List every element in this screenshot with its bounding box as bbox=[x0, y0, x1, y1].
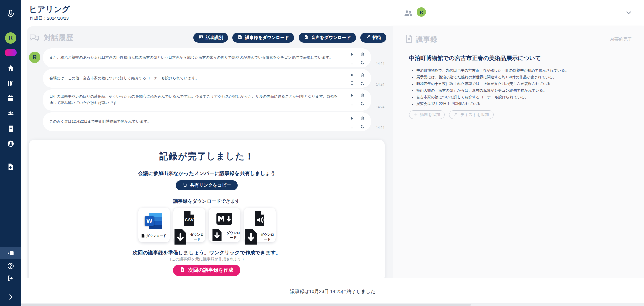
bookmark-message-button[interactable] bbox=[350, 60, 354, 65]
delete-message-button[interactable] bbox=[360, 73, 365, 77]
brand-pill-icon[interactable] bbox=[5, 49, 17, 56]
markdown-file-icon bbox=[216, 210, 233, 227]
sidebar-avatar[interactable]: R bbox=[5, 32, 16, 44]
change-speaker-button[interactable] bbox=[360, 60, 365, 65]
sidebar-item-recordings[interactable] bbox=[0, 247, 21, 259]
sidebar-item-home[interactable] bbox=[0, 62, 21, 74]
sidebar-item-account[interactable] bbox=[0, 138, 21, 149]
participants-icon[interactable] bbox=[404, 9, 413, 19]
message-row: 日生の出来事や身の回りの愛用品、そういったものを関心に読み込んでいるんですね。今… bbox=[29, 89, 386, 111]
invite-button[interactable]: 招待 bbox=[360, 33, 386, 43]
create-next-minutes-button[interactable]: 次回の議事録を作成 bbox=[173, 265, 241, 276]
sidebar-item-calendar[interactable] bbox=[0, 93, 21, 104]
minutes-heading-row: 中泊町博物館での宮古市正春の美術品展示について bbox=[405, 54, 632, 62]
completion-card: 記録が完了しました！ 会議に参加出来なかったメンバーに議事録を共有しましょう 共… bbox=[29, 140, 385, 282]
download-label: ダウンロード bbox=[227, 231, 240, 240]
horizontal-scrollbar[interactable] bbox=[21, 303, 644, 306]
user-avatar[interactable]: R bbox=[417, 7, 426, 17]
minutes-heading: 中泊町博物館での宮古市正春の美術品展示について bbox=[409, 54, 541, 62]
sidebar-item-members[interactable] bbox=[0, 108, 21, 119]
message-text: 日生の出来事や身の回りの愛用品、そういったものを関心に読み込んでいるんですね。今… bbox=[49, 93, 339, 106]
sidebar-nav bbox=[0, 62, 21, 149]
small-file-download-icon bbox=[141, 234, 145, 238]
word-letter: W bbox=[145, 216, 154, 226]
download-audio-label: 音声をダウンロード bbox=[311, 35, 351, 41]
message-avatar: R bbox=[29, 52, 40, 63]
sidebar-item-logout[interactable] bbox=[0, 273, 21, 284]
change-speaker-button[interactable] bbox=[360, 124, 365, 129]
speaker-identify-button[interactable]: 話者識別 bbox=[193, 33, 228, 43]
message-text: また、雅治と親交のあった近代日本画の巨匠横山大観の漁村の朝という日本画から感じた… bbox=[49, 54, 333, 61]
collapse-chevron-icon[interactable] bbox=[625, 9, 632, 17]
comment-icon bbox=[454, 112, 458, 117]
message-bubble[interactable]: 日生の出来事や身の回りの愛用品、そういったものを関心に読み込んでいるんですね。今… bbox=[43, 89, 371, 111]
sidebar-item-notebook[interactable] bbox=[0, 123, 21, 134]
copy-icon bbox=[182, 182, 187, 188]
chat-header: 対話履歴 話者識別 議事録をダウンロード bbox=[29, 32, 386, 44]
message-time: 14:24 bbox=[376, 62, 384, 66]
bookmark-message-button[interactable] bbox=[350, 124, 354, 129]
sidebar-item-library[interactable] bbox=[0, 78, 21, 89]
svg-text:CSV: CSV bbox=[185, 217, 194, 222]
message-bubble[interactable]: この近く展は12月22日まで中止町博物館で開かれています。 bbox=[43, 112, 371, 131]
footer-status-text: 議事録は10月23日 14:25に終了しました bbox=[290, 289, 375, 295]
minutes-bullet: 中泊町博物館で、九代目当主の宮古市正春が残した三冊の監視中が初めて展示されている… bbox=[416, 67, 632, 74]
bookmark-message-button[interactable] bbox=[350, 101, 354, 106]
download-card-audio[interactable]: ダウンロード bbox=[244, 208, 276, 242]
download-card-word[interactable]: W ダウンロード bbox=[138, 208, 170, 242]
play-message-button[interactable] bbox=[350, 73, 354, 77]
sidebar-item-help[interactable] bbox=[0, 260, 21, 272]
invite-label: 招待 bbox=[373, 35, 381, 41]
word-file-icon: W bbox=[145, 210, 163, 232]
download-minutes-button[interactable]: 議事録をダウンロード bbox=[232, 33, 294, 43]
small-file-download-icon bbox=[244, 228, 258, 246]
chat-title: 対話履歴 bbox=[44, 33, 73, 42]
download-audio-button[interactable]: 音声をダウンロード bbox=[299, 33, 356, 43]
message-bubble[interactable]: また、雅治と親交のあった近代日本画の巨匠横山大観の漁村の朝という日本画から感じた… bbox=[43, 48, 371, 67]
horizontal-scrollbar-thumb[interactable] bbox=[21, 304, 471, 306]
created-date: 作成日：2024/10/23 bbox=[30, 15, 69, 21]
file-download-icon bbox=[237, 35, 243, 41]
message-row: 会場には、この他、宮古市家の襖について詳しく紹介するコーナーも設けられています。… bbox=[29, 69, 386, 88]
download-label: ダウンロード bbox=[189, 232, 205, 242]
heading-rule bbox=[545, 58, 632, 58]
play-message-button[interactable] bbox=[350, 52, 354, 57]
message-time: 14:24 bbox=[376, 105, 384, 109]
change-speaker-button[interactable] bbox=[360, 81, 365, 86]
speaker-identify-label: 話者識別 bbox=[206, 35, 223, 41]
delete-message-button[interactable] bbox=[360, 93, 365, 98]
download-card-csv[interactable]: CSV ダウンロード bbox=[173, 208, 205, 242]
small-file-download-icon bbox=[173, 228, 187, 246]
message-time: 14:24 bbox=[376, 83, 384, 86]
download-card-markdown[interactable]: ダウンロード bbox=[209, 208, 240, 242]
next-minutes-title: 次回の議事録を準備しましょう。ワンクリックで作成できます。 bbox=[29, 250, 385, 256]
delete-message-button[interactable] bbox=[360, 116, 365, 121]
csv-file-icon: CSV bbox=[182, 210, 196, 227]
download-label: ダウンロード bbox=[259, 232, 276, 242]
message-actions bbox=[350, 93, 365, 106]
play-message-button[interactable] bbox=[350, 116, 354, 121]
bookmark-message-button[interactable] bbox=[350, 81, 354, 86]
sidebar-divider bbox=[0, 288, 21, 288]
sidebar-bottom bbox=[0, 247, 21, 306]
delete-message-button[interactable] bbox=[360, 52, 365, 57]
ai-summary-status: AI要約完了 bbox=[610, 36, 632, 42]
add-topic-button[interactable]: 議題を追加 bbox=[409, 110, 445, 119]
minutes-bullet-list: 中泊町博物館で、九代目当主の宮古市正春が残した三冊の監視中が初めて展示されている… bbox=[416, 67, 632, 107]
chat-toolbar: 話者識別 議事録をダウンロード 音声をダウンロード bbox=[193, 33, 386, 43]
minutes-header: 議事録 AI要約完了 bbox=[405, 34, 632, 44]
download-label-row: ダウンロード bbox=[141, 234, 166, 238]
change-speaker-button[interactable] bbox=[360, 101, 365, 106]
copy-share-link-button[interactable]: 共有リンクをコピー bbox=[176, 180, 238, 190]
sidebar: R bbox=[0, 0, 21, 306]
message-bubble[interactable]: 会場には、この他、宮古市家の襖について詳しく紹介するコーナーも設けられています。 bbox=[43, 69, 371, 88]
sidebar-item-new-file[interactable] bbox=[0, 161, 21, 172]
document-icon bbox=[405, 34, 416, 44]
sidebar-expand-button[interactable] bbox=[0, 291, 21, 303]
audio-file-icon bbox=[304, 35, 309, 41]
message-actions bbox=[350, 116, 365, 129]
add-text-button[interactable]: テキストを追加 bbox=[449, 110, 493, 119]
download-hint: 議事録をダウンロードできます bbox=[29, 198, 385, 204]
play-message-button[interactable] bbox=[350, 93, 354, 98]
microphone-logo-icon[interactable] bbox=[0, 7, 21, 21]
